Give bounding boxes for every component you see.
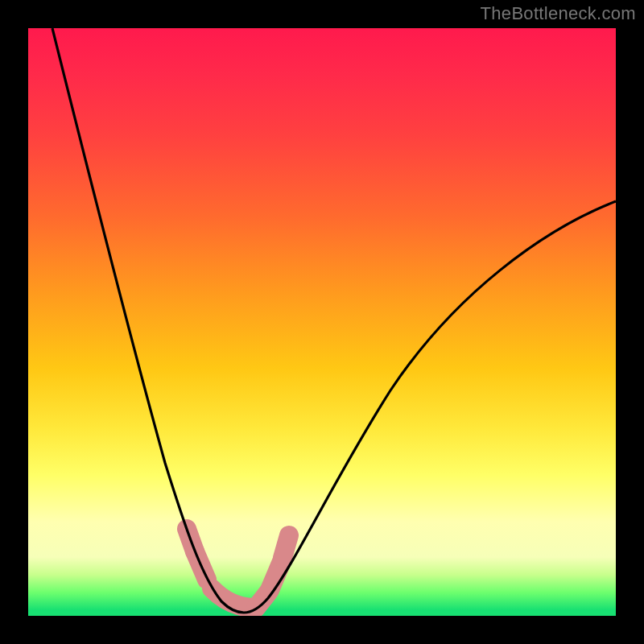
watermark-text: TheBottleneck.com: [481, 3, 636, 24]
right-curve: [244, 201, 616, 613]
chart-frame: TheBottleneck.com: [0, 0, 644, 644]
chart-background: [28, 28, 616, 616]
left-curve: [52, 28, 244, 613]
chart-curves: [28, 28, 616, 616]
